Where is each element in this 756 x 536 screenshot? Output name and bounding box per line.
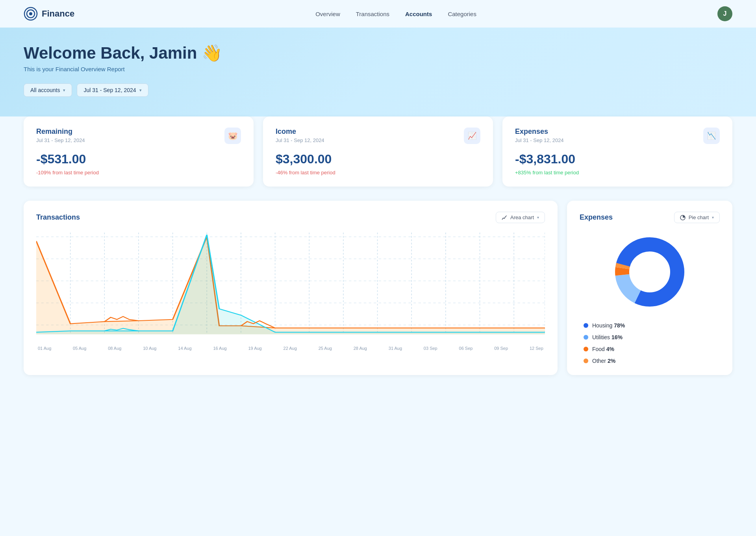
- expenses-card: Expenses Jul 31 - Sep 12, 2024 📉 -$3,831…: [502, 116, 732, 187]
- transactions-chart-title: Transactions: [36, 213, 80, 222]
- transactions-chart-header: Transactions Area chart ▾: [36, 212, 545, 223]
- date-filter[interactable]: Jul 31 - Sep 12, 2024 ▾: [77, 83, 148, 97]
- remaining-card-title: Remaining: [36, 128, 85, 136]
- transactions-chart-card: Transactions Area chart ▾ .grid-line { s…: [24, 201, 558, 375]
- date-chevron-icon: ▾: [139, 88, 142, 93]
- legend-food: Food 4%: [584, 346, 720, 352]
- x-label-2: 08 Aug: [108, 346, 121, 351]
- housing-dot: [584, 323, 588, 328]
- remaining-amount: -$531.00: [36, 152, 241, 166]
- legend-other: Other 2%: [584, 358, 720, 364]
- header: Finance Overview Transactions Accounts C…: [0, 0, 756, 28]
- accounts-chevron-icon: ▾: [63, 88, 65, 93]
- nav-overview[interactable]: Overview: [315, 11, 340, 17]
- main-nav: Overview Transactions Accounts Categorie…: [315, 11, 476, 17]
- food-dot: [584, 347, 588, 351]
- food-label: Food 4%: [592, 346, 614, 352]
- income-card-title: Icome: [276, 128, 324, 136]
- x-label-3: 10 Aug: [143, 346, 156, 351]
- income-card: Icome Jul 31 - Sep 12, 2024 📈 $3,300.00 …: [263, 116, 493, 187]
- logo: Finance: [24, 7, 74, 21]
- utilities-dot: [584, 335, 588, 340]
- income-card-date: Jul 31 - Sep 12, 2024: [276, 137, 324, 143]
- x-label-6: 19 Aug: [248, 346, 261, 351]
- logo-icon: [24, 7, 38, 21]
- pie-chart-icon: [680, 215, 686, 220]
- x-label-12: 06 Sep: [459, 346, 473, 351]
- remaining-card-icon: 🐷: [224, 128, 241, 144]
- chart-type-button[interactable]: Area chart ▾: [496, 212, 545, 223]
- svg-point-28: [632, 254, 668, 290]
- x-label-9: 28 Aug: [354, 346, 367, 351]
- x-label-4: 14 Aug: [178, 346, 191, 351]
- pie-type-button[interactable]: Pie chart ▾: [674, 212, 720, 223]
- utilities-label: Utilities 16%: [592, 334, 623, 340]
- accounts-filter[interactable]: All accounts ▾: [24, 83, 72, 97]
- expenses-pie-header: Expenses Pie chart ▾: [580, 212, 720, 223]
- x-label-8: 25 Aug: [319, 346, 332, 351]
- logo-text: Finance: [42, 9, 74, 19]
- x-label-7: 22 Aug: [284, 346, 297, 351]
- expenses-card-date: Jul 31 - Sep 12, 2024: [515, 137, 564, 143]
- accounts-filter-label: All accounts: [30, 87, 60, 93]
- x-label-5: 16 Aug: [213, 346, 226, 351]
- main-content: Remaining Jul 31 - Sep 12, 2024 🐷 -$531.…: [0, 116, 756, 391]
- pie-type-chevron: ▾: [712, 215, 714, 220]
- income-change: -46% from last time period: [276, 170, 480, 176]
- summary-cards: Remaining Jul 31 - Sep 12, 2024 🐷 -$531.…: [24, 116, 732, 187]
- remaining-card-date: Jul 31 - Sep 12, 2024: [36, 137, 85, 143]
- x-label-10: 31 Aug: [389, 346, 402, 351]
- income-amount: $3,300.00: [276, 152, 480, 166]
- area-chart-icon: [502, 215, 507, 220]
- pie-chart-container: [580, 233, 720, 311]
- expenses-pie-title: Expenses: [580, 213, 613, 222]
- hero-section: Welcome Back, Jamin 👋 This is your Finan…: [0, 28, 756, 128]
- x-label-0: 01 Aug: [38, 346, 51, 351]
- pie-type-label: Pie chart: [689, 214, 709, 220]
- other-label: Other 2%: [592, 358, 615, 364]
- remaining-card: Remaining Jul 31 - Sep 12, 2024 🐷 -$531.…: [24, 116, 254, 187]
- nav-transactions[interactable]: Transactions: [356, 11, 389, 17]
- other-dot: [584, 359, 588, 363]
- welcome-title: Welcome Back, Jamin 👋: [24, 43, 732, 63]
- area-chart-svg: .grid-line { stroke: #cce0ee; stroke-wid…: [36, 233, 545, 343]
- chart-type-chevron: ▾: [537, 215, 539, 220]
- legend-housing: Housing 78%: [584, 322, 720, 329]
- income-card-header: Icome Jul 31 - Sep 12, 2024 📈: [276, 128, 480, 144]
- income-card-icon: 📈: [464, 128, 480, 144]
- x-label-13: 09 Sep: [494, 346, 508, 351]
- expenses-card-icon: 📉: [703, 128, 720, 144]
- chart-type-label: Area chart: [510, 214, 534, 220]
- date-filter-label: Jul 31 - Sep 12, 2024: [83, 87, 136, 93]
- expenses-change: +835% from last time period: [515, 170, 720, 176]
- expenses-amount: -$3,831.00: [515, 152, 720, 166]
- svg-point-2: [29, 12, 32, 15]
- expenses-card-info: Expenses Jul 31 - Sep 12, 2024: [515, 128, 564, 143]
- bottom-row: Transactions Area chart ▾ .grid-line { s…: [24, 201, 732, 375]
- expenses-card-header: Expenses Jul 31 - Sep 12, 2024 📉: [515, 128, 720, 144]
- housing-label: Housing 78%: [592, 322, 625, 329]
- x-label-14: 12 Sep: [530, 346, 543, 351]
- filters: All accounts ▾ Jul 31 - Sep 12, 2024 ▾: [24, 83, 732, 97]
- avatar[interactable]: J: [717, 6, 732, 21]
- remaining-card-header: Remaining Jul 31 - Sep 12, 2024 🐷: [36, 128, 241, 144]
- income-card-info: Icome Jul 31 - Sep 12, 2024: [276, 128, 324, 143]
- remaining-card-info: Remaining Jul 31 - Sep 12, 2024: [36, 128, 85, 143]
- remaining-change: -109% from last time period: [36, 170, 241, 176]
- x-label-1: 05 Aug: [73, 346, 86, 351]
- nav-categories[interactable]: Categories: [448, 11, 476, 17]
- x-label-11: 03 Sep: [424, 346, 437, 351]
- legend-utilities: Utilities 16%: [584, 334, 720, 340]
- expenses-legend: Housing 78% Utilities 16% Food 4% Other …: [580, 322, 720, 364]
- x-axis-labels: 01 Aug 05 Aug 08 Aug 10 Aug 14 Aug 16 Au…: [36, 346, 545, 351]
- pie-chart-svg: [610, 233, 689, 311]
- expenses-card-title: Expenses: [515, 128, 564, 136]
- nav-accounts[interactable]: Accounts: [405, 11, 432, 17]
- welcome-subtitle: This is your Financial Overview Report: [24, 66, 732, 72]
- expenses-pie-card: Expenses Pie chart ▾: [567, 201, 732, 375]
- transactions-chart-area: .grid-line { stroke: #cce0ee; stroke-wid…: [36, 233, 545, 343]
